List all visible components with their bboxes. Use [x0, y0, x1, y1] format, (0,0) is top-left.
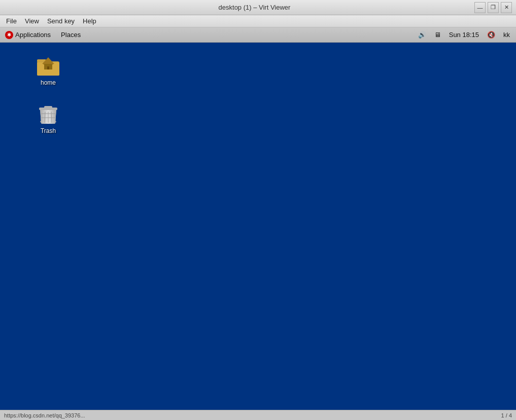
home-icon-image [36, 52, 60, 77]
clock-time: Sun 18:15 [449, 31, 479, 39]
trash-label: Trash [39, 127, 57, 135]
panel-right: 🔊 🖥 Sun 18:15 🔇 kk [412, 30, 516, 40]
volume-icon: 🔊 [418, 31, 426, 39]
gnome-panel: ✱ Applications Places 🔊 🖥 Sun 18:15 🔇 kk [0, 27, 516, 43]
display-settings[interactable]: 🖥 [432, 30, 443, 40]
display-icon: 🖥 [434, 31, 441, 39]
status-url: https://blog.csdn.net/qq_39376... [4, 412, 501, 418]
window-controls: — ❐ ✕ [474, 2, 512, 13]
fedora-icon: ✱ [5, 31, 13, 39]
network-symbol: 🔇 [487, 31, 495, 39]
menu-sendkey[interactable]: Send key [43, 16, 79, 26]
network-icon[interactable]: 🔇 [485, 30, 497, 40]
trash-icon[interactable]: Trash [28, 98, 68, 137]
svg-rect-5 [47, 66, 49, 69]
home-folder-svg [36, 52, 60, 77]
places-label: Places [61, 31, 81, 39]
svg-rect-8 [44, 106, 52, 109]
menu-view[interactable]: View [21, 16, 43, 26]
minimize-button[interactable]: — [474, 2, 486, 13]
status-page: 1 / 4 [501, 412, 512, 418]
menu-help[interactable]: Help [79, 16, 100, 26]
user-name[interactable]: kk [501, 30, 512, 40]
home-icon[interactable]: home [28, 50, 68, 89]
trash-icon-image [36, 100, 60, 125]
status-bar: https://blog.csdn.net/qq_39376... 1 / 4 [0, 410, 516, 420]
trash-svg [36, 100, 60, 125]
volume-control[interactable]: 🔊 [416, 30, 428, 40]
close-button[interactable]: ✕ [501, 2, 512, 13]
applications-label: Applications [15, 31, 51, 39]
clock[interactable]: Sun 18:15 [447, 30, 481, 40]
desktop: home [0, 43, 516, 410]
menu-file[interactable]: File [2, 16, 21, 26]
window-title: desktop (1) – Virt Viewer [35, 4, 474, 11]
app-menu-bar: File View Send key Help [0, 15, 516, 27]
places-menu[interactable]: Places [56, 27, 86, 43]
user-label: kk [503, 31, 510, 39]
panel-left: ✱ Applications Places [0, 27, 86, 43]
applications-menu[interactable]: ✱ Applications [0, 27, 56, 43]
title-bar: desktop (1) – Virt Viewer — ❐ ✕ [0, 0, 516, 15]
home-label: home [39, 79, 57, 87]
maximize-button[interactable]: ❐ [488, 2, 499, 13]
